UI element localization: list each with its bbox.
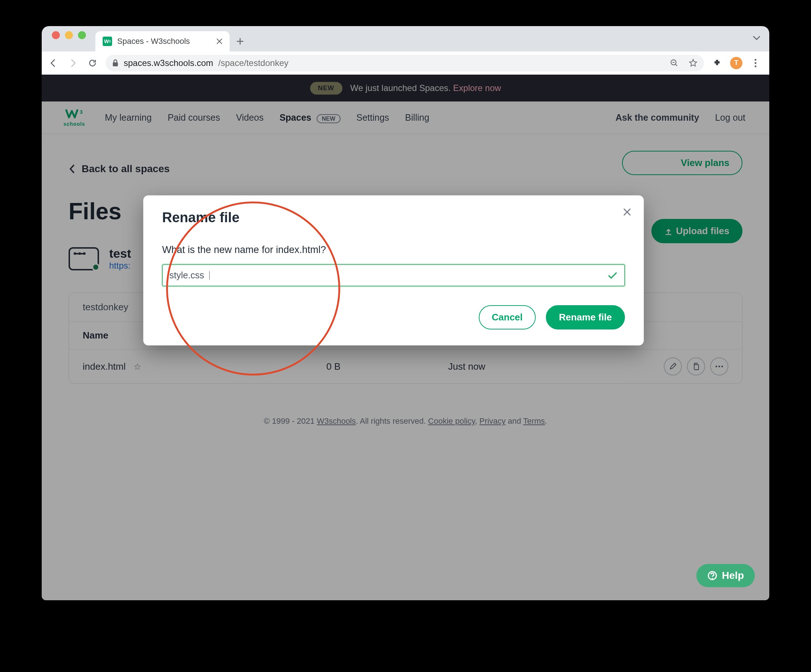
- valid-check-icon: [607, 271, 618, 279]
- url-input[interactable]: spaces.w3schools.com/space/testdonkey: [105, 55, 704, 71]
- close-tab-icon[interactable]: [215, 37, 224, 46]
- tab-title: Spaces - W3schools: [117, 37, 210, 46]
- window-minimize-icon[interactable]: [65, 31, 73, 39]
- filename-input[interactable]: style.css: [162, 264, 625, 286]
- window-maximize-icon[interactable]: [78, 31, 86, 39]
- tabs-dropdown-icon[interactable]: [753, 36, 760, 41]
- profile-avatar[interactable]: T: [730, 57, 742, 69]
- filename-value: style.css: [170, 270, 204, 281]
- lock-icon: [112, 59, 119, 67]
- active-tab[interactable]: W3 Spaces - W3schools: [95, 31, 229, 51]
- extensions-icon[interactable]: [711, 56, 724, 69]
- url-host: spaces.w3schools.com: [124, 58, 213, 68]
- rename-modal: Rename file What is the new name for ind…: [143, 195, 644, 345]
- help-icon: [707, 570, 718, 581]
- url-path: /space/testdonkey: [218, 58, 288, 68]
- nav-forward-icon[interactable]: [66, 56, 80, 69]
- reload-icon[interactable]: [86, 56, 99, 69]
- star-icon[interactable]: [689, 59, 697, 68]
- modal-prompt: What is the new name for index.html?: [162, 244, 625, 256]
- svg-point-4: [755, 65, 757, 67]
- svg-point-11: [712, 578, 713, 579]
- w3-favicon-icon: W3: [103, 37, 112, 46]
- help-button[interactable]: Help: [696, 564, 755, 587]
- modal-title: Rename file: [162, 210, 625, 225]
- browser-menu-icon[interactable]: [749, 56, 762, 69]
- address-bar: spaces.w3schools.com/space/testdonkey T: [42, 51, 769, 74]
- svg-rect-0: [113, 63, 118, 66]
- svg-point-2: [755, 59, 757, 61]
- window-close-icon[interactable]: [52, 31, 60, 39]
- browser-tab-strip: W3 Spaces - W3schools: [42, 26, 769, 51]
- cancel-button[interactable]: Cancel: [479, 305, 536, 330]
- rename-confirm-button[interactable]: Rename file: [546, 305, 625, 330]
- zoom-icon[interactable]: [670, 59, 679, 68]
- close-modal-button[interactable]: [623, 208, 631, 217]
- nav-back-icon[interactable]: [47, 56, 60, 69]
- svg-point-3: [755, 62, 757, 64]
- new-tab-button[interactable]: [233, 31, 247, 51]
